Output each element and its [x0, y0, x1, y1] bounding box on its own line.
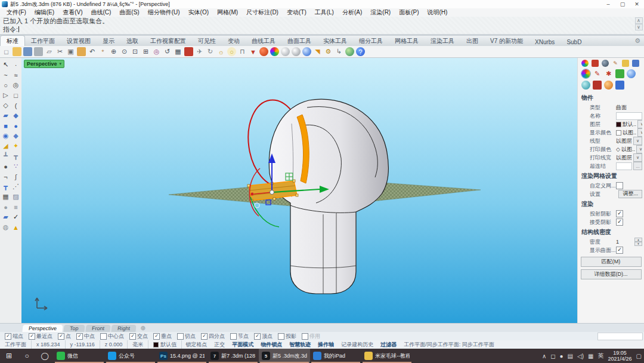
- menu-item[interactable]: 工具(L): [311, 8, 338, 17]
- boolean-explode-icon[interactable]: ✦: [11, 141, 20, 150]
- combo-dropdown-button[interactable]: ∨: [636, 145, 642, 153]
- osnap-toggle[interactable]: ✓中点: [76, 333, 95, 340]
- new-file-icon[interactable]: □: [2, 47, 11, 56]
- curve-hook-icon[interactable]: ¬: [1, 172, 10, 181]
- osnap-checkbox[interactable]: [230, 333, 237, 340]
- viewport-label[interactable]: Perspective ▾: [24, 60, 64, 68]
- ellipsis-button[interactable]: …: [633, 162, 642, 170]
- menu-item[interactable]: 查看(V): [58, 8, 86, 17]
- menu-item[interactable]: 面板(P): [395, 8, 423, 17]
- osnap-checkbox[interactable]: ✓: [29, 333, 35, 340]
- panel-checkbox[interactable]: ✓: [616, 210, 623, 217]
- osnap-checkbox[interactable]: ✓: [5, 333, 11, 340]
- command-prompt-line[interactable]: 指令:: [0, 25, 644, 33]
- paint-tube-icon[interactable]: ▰: [1, 213, 10, 222]
- status-toggle[interactable]: 锁定格点: [182, 341, 210, 349]
- osnap-checkbox[interactable]: [177, 333, 184, 340]
- spinner-buttons[interactable]: ▴▾: [634, 238, 642, 246]
- status-toggle[interactable]: 操作轴: [314, 341, 338, 349]
- toolbar-tab[interactable]: 设置视图: [61, 36, 97, 46]
- arc-icon[interactable]: (: [11, 101, 20, 110]
- undo-view-change-icon[interactable]: ↺: [163, 47, 172, 56]
- rectangle-icon[interactable]: □: [11, 91, 20, 100]
- tabbar-gear-icon[interactable]: ⚙: [634, 37, 640, 45]
- new-viewport-tab-icon[interactable]: ⊕: [141, 325, 145, 331]
- options-gear-icon[interactable]: ⚙: [324, 47, 333, 56]
- grid-squares-icon[interactable]: ▦: [1, 192, 10, 201]
- taskbar-app-rhino-doc-7[interactable]: 7新7 .3dm (128 M...: [208, 349, 259, 363]
- osnap-checkbox[interactable]: ✓: [254, 333, 261, 340]
- viewport-layout-icon[interactable]: ▦: [174, 47, 182, 56]
- osnap-toggle[interactable]: 中心点: [100, 333, 124, 340]
- menu-item[interactable]: 说明(H): [423, 8, 452, 17]
- save-file-icon[interactable]: [23, 47, 32, 56]
- combo-dropdown-button[interactable]: ∨: [633, 153, 642, 162]
- viewport-canvas[interactable]: [21, 58, 577, 323]
- sphere-dark-icon[interactable]: ●: [1, 162, 10, 171]
- image-tab-icon[interactable]: [632, 60, 639, 67]
- viewport-tab[interactable]: Top: [63, 325, 85, 332]
- cut-icon[interactable]: ✂: [55, 47, 64, 56]
- polygon-icon[interactable]: ◇: [1, 101, 10, 110]
- columns-icon[interactable]: ≡: [11, 202, 20, 211]
- cylinder-gray-icon[interactable]: ◍: [1, 223, 10, 232]
- hyperlink-input[interactable]: [616, 162, 632, 170]
- layers-tab-icon[interactable]: [592, 60, 599, 67]
- page-object-icon[interactable]: [581, 69, 590, 78]
- layer-state-icon[interactable]: ▼: [249, 47, 258, 56]
- toolbar-tab[interactable]: 可见性: [192, 36, 222, 46]
- toolbar-tab[interactable]: 网格工具: [389, 36, 425, 46]
- copy-icon[interactable]: ▣: [66, 47, 75, 56]
- library-tab-icon[interactable]: [622, 60, 629, 67]
- menu-item[interactable]: 实体(O): [184, 8, 213, 17]
- panel-checkbox[interactable]: [616, 182, 623, 189]
- tray-card-icon[interactable]: ▤: [568, 353, 573, 359]
- cortana-button[interactable]: ◯: [36, 349, 54, 363]
- toolbar-tab[interactable]: 选取: [120, 36, 144, 46]
- page-globe-icon[interactable]: [581, 81, 590, 90]
- tray-volume-icon[interactable]: ◁): [577, 353, 584, 359]
- page-cylinder-icon[interactable]: [615, 81, 624, 90]
- extrude-solid-icon[interactable]: ◉: [1, 131, 10, 140]
- point-icon[interactable]: ·: [11, 60, 20, 69]
- osnap-checkbox[interactable]: ✓: [153, 333, 160, 340]
- rotate-cplane-icon[interactable]: ↻: [206, 47, 215, 56]
- viewport-tab[interactable]: Perspective: [22, 325, 63, 332]
- display-raytraced-icon[interactable]: [302, 47, 311, 56]
- close-button[interactable]: ✕: [630, 1, 644, 8]
- open-file-icon[interactable]: [13, 47, 21, 56]
- solid-sphere-icon[interactable]: ●: [11, 121, 20, 130]
- toolbar-tab[interactable]: 出图: [460, 36, 484, 46]
- undo-icon[interactable]: ↶: [88, 47, 97, 56]
- toolbar-tab[interactable]: 变动: [222, 36, 246, 46]
- help-icon[interactable]: ?: [356, 47, 365, 56]
- toolbar-tab[interactable]: 曲线工具: [246, 36, 281, 46]
- taskbar-app-wechat[interactable]: 微信: [54, 349, 105, 363]
- viewport-tab[interactable]: Right: [111, 325, 136, 332]
- lock-objects-icon[interactable]: ⊓: [238, 47, 247, 56]
- restore-button[interactable]: ▢: [615, 1, 630, 8]
- pipe-union-icon[interactable]: ┳: [11, 152, 20, 161]
- osnap-checkbox[interactable]: [278, 333, 284, 340]
- combo-dropdown-button[interactable]: ∨: [633, 137, 642, 145]
- taskbar-app-official-account[interactable]: 公众号: [105, 349, 156, 363]
- cplane-button[interactable]: 工作平面: [0, 340, 32, 349]
- osnap-checkbox[interactable]: [100, 333, 107, 340]
- osnap-toggle[interactable]: ✓交点: [129, 333, 148, 340]
- toolbar-tab[interactable]: 细分工具: [353, 36, 389, 46]
- set-view-plane-icon[interactable]: ✈: [195, 47, 204, 56]
- toolbar-tab[interactable]: 标准: [0, 35, 25, 46]
- status-toggle[interactable]: 过滤器: [377, 341, 400, 349]
- select-arrow-icon[interactable]: ↖: [1, 60, 10, 69]
- command-scroll-down[interactable]: ∨: [635, 24, 643, 30]
- solid-tools-icon[interactable]: ◆: [11, 131, 20, 140]
- status-toggle[interactable]: 正交: [210, 341, 228, 349]
- toolbar-tab[interactable]: SubD: [561, 38, 587, 46]
- toolbar-tab[interactable]: 渲染工具: [425, 36, 460, 46]
- minimize-button[interactable]: –: [601, 1, 615, 8]
- menu-item[interactable]: 曲线(C): [86, 8, 115, 17]
- print-icon[interactable]: [34, 47, 43, 56]
- osnap-checkbox[interactable]: ✓: [76, 333, 83, 340]
- start-button[interactable]: ⊞: [0, 349, 18, 363]
- named-view-car-icon[interactable]: [184, 47, 193, 56]
